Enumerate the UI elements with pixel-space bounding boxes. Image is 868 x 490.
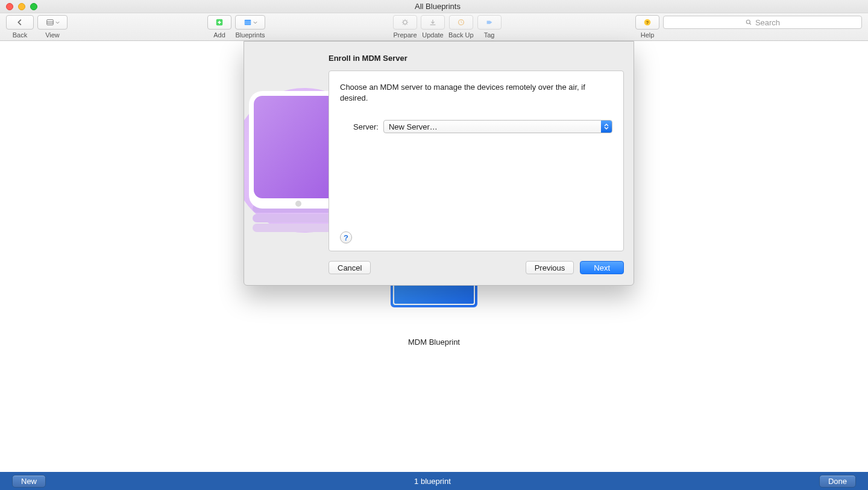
toolbar-update-group: Update bbox=[421, 15, 445, 39]
help-button[interactable]: ? bbox=[635, 15, 659, 30]
sheet-description: Choose an MDM server to manage the devic… bbox=[340, 82, 612, 103]
toolbar-update-label: Update bbox=[422, 31, 443, 39]
window-title: All Blueprints bbox=[37, 2, 868, 11]
back-button[interactable] bbox=[6, 15, 34, 30]
update-button[interactable] bbox=[421, 15, 445, 30]
cancel-button[interactable]: Cancel bbox=[329, 261, 371, 274]
next-button[interactable]: Next bbox=[580, 261, 624, 274]
view-button[interactable] bbox=[37, 15, 68, 30]
chevron-left-icon bbox=[16, 18, 24, 27]
add-button[interactable] bbox=[207, 15, 231, 30]
blueprints-button[interactable] bbox=[235, 15, 265, 30]
search-icon bbox=[745, 19, 752, 26]
toolbar-add-label: Add bbox=[213, 31, 225, 39]
svg-point-12 bbox=[746, 20, 750, 24]
svg-rect-0 bbox=[46, 20, 53, 25]
toolbar-help-label: Help bbox=[641, 31, 655, 39]
bottom-bar: New 1 blueprint Done bbox=[0, 472, 868, 490]
toolbar: Back View Add Blueprints Prepare Update bbox=[0, 13, 868, 41]
grid-icon bbox=[46, 18, 54, 27]
backup-button[interactable] bbox=[449, 15, 473, 30]
search-field[interactable]: Search bbox=[663, 16, 862, 29]
toolbar-help-group: ? Help bbox=[635, 15, 659, 39]
previous-button[interactable]: Previous bbox=[526, 261, 574, 274]
help-glyph: ? bbox=[344, 233, 348, 242]
blueprints-icon bbox=[244, 18, 252, 27]
close-window-icon[interactable] bbox=[6, 3, 13, 10]
search-placeholder: Search bbox=[755, 18, 780, 27]
toolbar-back-label: Back bbox=[13, 31, 27, 39]
chevron-down-icon bbox=[55, 21, 60, 24]
download-icon bbox=[429, 18, 437, 27]
popup-arrows-icon bbox=[601, 121, 612, 133]
tag-button[interactable] bbox=[477, 15, 502, 30]
status-text: 1 blueprint bbox=[46, 477, 819, 486]
toolbar-add-group: Add bbox=[207, 15, 231, 39]
toolbar-prepare-group: Prepare bbox=[393, 15, 417, 39]
sheet-panel: Choose an MDM server to manage the devic… bbox=[329, 71, 624, 251]
svg-text:?: ? bbox=[646, 20, 649, 25]
server-row: Server: New Server… bbox=[353, 120, 612, 133]
window-controls bbox=[0, 3, 37, 10]
svg-rect-4 bbox=[244, 20, 251, 25]
toolbar-tag-group: Tag bbox=[477, 15, 502, 39]
toolbar-blueprints-group: Blueprints bbox=[235, 15, 265, 39]
gear-icon bbox=[401, 18, 409, 27]
server-label: Server: bbox=[353, 122, 379, 131]
prepare-button[interactable] bbox=[393, 15, 417, 30]
blueprint-item-label: MDM Blueprint bbox=[408, 338, 460, 347]
help-icon: ? bbox=[643, 18, 652, 27]
zoom-window-icon[interactable] bbox=[30, 3, 37, 10]
titlebar: All Blueprints bbox=[0, 0, 868, 13]
plus-icon bbox=[215, 18, 224, 27]
chevron-down-icon bbox=[253, 21, 257, 24]
toolbar-backup-group: Back Up bbox=[448, 15, 474, 39]
minimize-window-icon[interactable] bbox=[18, 3, 25, 10]
toolbar-view-label: View bbox=[45, 31, 60, 39]
toolbar-view-group: View bbox=[37, 15, 68, 39]
server-popup-value: New Server… bbox=[389, 122, 438, 131]
done-button[interactable]: Done bbox=[819, 475, 856, 488]
sheet-title: Enroll in MDM Server bbox=[329, 54, 407, 63]
sheet-help-button[interactable]: ? bbox=[340, 231, 352, 243]
svg-point-20 bbox=[295, 201, 301, 207]
enroll-sheet: Enroll in MDM Server Choose an MDM serve… bbox=[244, 41, 634, 286]
clock-arrow-icon bbox=[457, 18, 465, 27]
toolbar-backup-label: Back Up bbox=[448, 31, 474, 39]
svg-line-13 bbox=[749, 24, 750, 25]
toolbar-prepare-label: Prepare bbox=[393, 31, 417, 39]
toolbar-blueprints-label: Blueprints bbox=[236, 31, 265, 39]
sheet-actions: Cancel Previous Next bbox=[329, 261, 624, 274]
new-button[interactable]: New bbox=[12, 475, 46, 488]
tag-icon bbox=[485, 18, 494, 27]
svg-rect-8 bbox=[430, 25, 436, 25]
toolbar-tag-label: Tag bbox=[484, 31, 495, 39]
toolbar-back-group: Back bbox=[6, 15, 34, 39]
svg-point-7 bbox=[403, 20, 407, 24]
server-popup[interactable]: New Server… bbox=[383, 120, 612, 133]
